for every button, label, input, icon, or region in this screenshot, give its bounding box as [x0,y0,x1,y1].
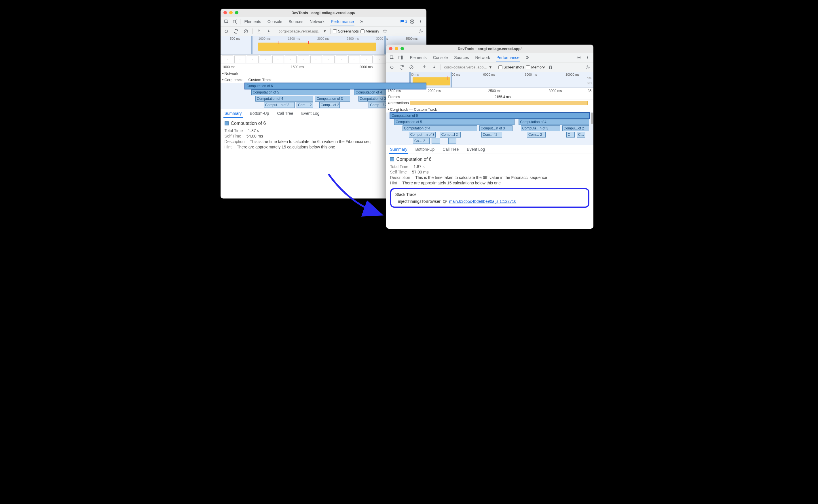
record-icon[interactable] [222,27,230,35]
flame-bar[interactable] [448,138,457,144]
kebab-icon[interactable] [583,54,592,62]
memory-checkbox[interactable]: Memory [361,29,379,33]
stack-trace-link[interactable]: main.63cb5c4bde8be90a.js:1:122716 [449,199,516,204]
clear-icon[interactable] [242,27,250,35]
flame-bar[interactable]: C… [577,132,585,138]
inspect-icon[interactable] [222,18,230,26]
self-time-label: Self Time [390,170,407,174]
screenshot-thumb[interactable]: ▪ [260,56,271,63]
flame-bar[interactable]: Computa…n of 3 [521,125,560,131]
detail-tab-summary[interactable]: Summary [386,145,411,154]
section-custom-track[interactable]: ▼Corgi track — Custom Track [386,106,593,112]
flame-bar[interactable]: Computation of 3 [315,96,350,102]
screenshot-thumb[interactable]: ▪ [323,56,335,63]
tab-console[interactable]: Console [265,17,285,26]
inspect-icon[interactable] [388,54,396,62]
flame-bar[interactable]: Comput…n of 3 [479,125,512,131]
flame-bar[interactable] [432,138,440,144]
summary-title: Computation of 6 [396,157,432,162]
screenshot-thumb[interactable]: ▪ [348,56,360,63]
flame-bar[interactable]: Com… 2 [527,132,546,138]
flame-bar[interactable]: Com…f 2 [481,132,502,138]
flame-bar[interactable]: Computation of 4 [518,119,589,125]
flame-bar[interactable]: Computation of 5 [394,119,514,125]
more-tabs-icon[interactable] [357,18,365,26]
flame-bar[interactable]: Comp…of 2 [319,102,340,108]
issues-count[interactable]: 2 [400,20,407,24]
detail-tab-bottomup[interactable]: Bottom-Up [246,109,273,118]
detail-tab-eventlog[interactable]: Event Log [297,109,323,118]
reload-icon[interactable] [232,27,240,35]
recording-url-dropdown[interactable]: corgi-collage.vercel.app…▼ [443,64,493,70]
flame-bar[interactable]: Comp…f 2 [440,132,461,138]
tab-network[interactable]: Network [472,53,493,62]
flame-bar[interactable]: Computation of 6 [390,113,589,119]
screenshots-checkbox[interactable]: Screenshots [498,65,524,69]
tab-sources[interactable]: Sources [451,53,472,62]
flame-bar[interactable]: Compu…of 2 [562,125,589,131]
screenshot-thumb[interactable]: ▪ [298,56,309,63]
detail-tab-summary[interactable]: Summary [221,109,246,118]
garbage-collect-icon[interactable] [546,63,554,71]
flame-bar[interactable]: Comput…n of 3 [264,102,295,108]
scrollbar[interactable] [591,112,593,124]
interactions-bar [410,101,588,105]
flame-bar[interactable]: Comput…n of 3 [409,132,436,138]
detail-tab-calltree[interactable]: Call Tree [273,109,297,118]
screenshot-thumb[interactable]: ▪ [247,56,259,63]
flame-bar[interactable]: Computation of 4 [403,125,477,131]
tab-performance[interactable]: Performance [328,17,357,26]
flame-bar[interactable]: Computation of 6 [245,83,426,89]
section-interactions[interactable]: ▶ Interactions [386,100,593,106]
svg-point-13 [578,57,579,58]
tab-sources[interactable]: Sources [286,17,306,26]
flame-bar[interactable]: Computation of 5 [251,89,350,95]
download-icon[interactable] [430,63,438,71]
recording-url-dropdown[interactable]: corgi-collage.vercel.app…▼ [278,28,328,34]
kebab-icon[interactable] [417,18,425,26]
tab-elements[interactable]: Elements [242,17,264,26]
tab-elements[interactable]: Elements [407,53,430,62]
gear-icon[interactable] [575,54,583,62]
device-toggle-icon[interactable] [231,18,239,26]
flame-bar[interactable]: Computation of 4 [256,96,313,102]
window-title: DevTools - corgi-collage.vercel.app/ [386,47,593,51]
svg-point-16 [587,58,588,59]
detail-tab-calltree[interactable]: Call Tree [438,145,463,154]
screenshots-checkbox[interactable]: Screenshots [333,29,359,33]
more-tabs-icon[interactable] [523,54,531,62]
screenshot-thumb[interactable]: ▪ [374,56,385,63]
screenshot-thumb[interactable]: ▪ [336,56,347,63]
upload-icon[interactable] [255,27,263,35]
self-time-value: 54.00 ms [247,134,263,138]
screenshot-thumb[interactable]: ▪ [235,56,246,63]
tab-performance[interactable]: Performance [493,53,522,62]
gear-icon[interactable] [408,18,416,26]
memory-checkbox[interactable]: Memory [526,65,545,69]
detail-tab-eventlog[interactable]: Event Log [463,145,489,154]
panel-settings-icon[interactable] [417,27,425,35]
record-icon[interactable] [388,63,396,71]
flame-bar[interactable]: Co… 2 [413,138,430,144]
clear-icon[interactable] [407,63,415,71]
flame-bar[interactable]: Com… 2 [297,102,313,108]
tab-console[interactable]: Console [430,53,451,62]
device-toggle-icon[interactable] [396,54,405,62]
svg-point-5 [420,21,421,22]
flame-bar[interactable]: Comp…f 2 [369,102,387,108]
screenshot-thumb[interactable]: ▪ [222,56,233,63]
flame-bar[interactable]: C… [566,132,575,138]
screenshot-thumb[interactable]: ▪ [361,56,373,63]
download-icon[interactable] [265,27,273,35]
reload-icon[interactable] [398,63,406,71]
screenshot-thumb[interactable]: ▪ [310,56,322,63]
panel-settings-icon[interactable] [583,63,592,71]
flame-chart[interactable]: Computation of 6 Computation of 5Computa… [386,112,593,145]
detail-tab-bottomup[interactable]: Bottom-Up [411,145,438,154]
garbage-collect-icon[interactable] [381,27,389,35]
screenshot-thumb[interactable]: ▪ [285,56,297,63]
screenshot-thumb[interactable]: ▪ [272,56,284,63]
tab-network[interactable]: Network [307,17,327,26]
upload-icon[interactable] [420,63,428,71]
event-color-swatch [390,157,394,161]
